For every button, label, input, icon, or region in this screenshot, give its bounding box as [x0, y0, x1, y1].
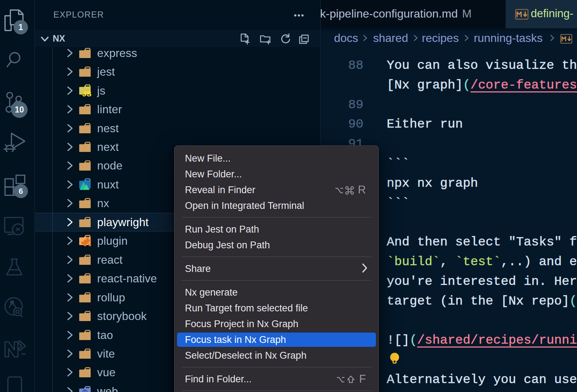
svg-text:JS: JS: [82, 90, 92, 97]
